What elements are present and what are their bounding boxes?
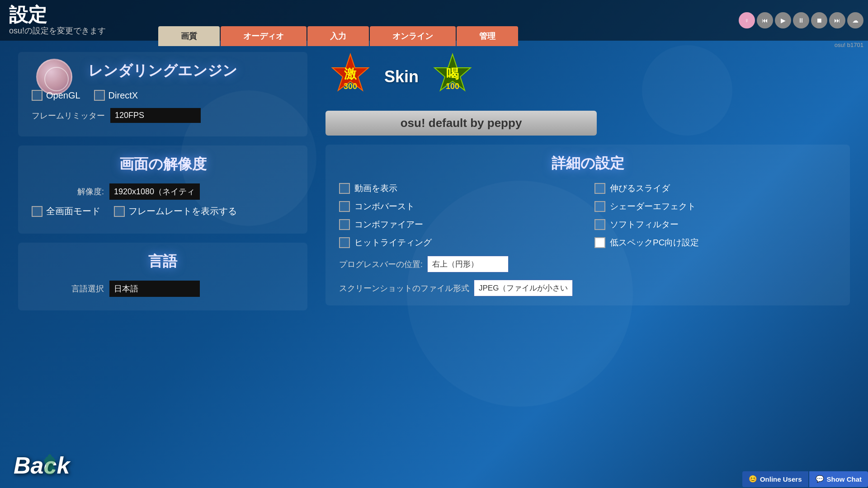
skin-badge-red: 激 300	[326, 52, 375, 102]
low-spec-checkbox[interactable]	[594, 237, 605, 248]
fullscreen-label: 全画面モード	[46, 205, 100, 217]
show-video-label: 動画を表示	[354, 183, 397, 194]
progress-bar-label: プログレスバーの位置:	[339, 259, 423, 270]
progress-bar-input[interactable]: 右上（円形）	[427, 256, 509, 272]
stretch-slider-checkbox[interactable]	[594, 183, 605, 194]
resolution-input[interactable]: 868x488（ネイティ	[109, 183, 200, 200]
resolution-title: 画面の解像度	[32, 155, 294, 174]
shader-effect-label: シェーダーエフェクト	[610, 201, 696, 212]
fullscreen-checkbox[interactable]	[32, 206, 42, 217]
show-chat-label: Show Chat	[827, 475, 862, 483]
language-section: 言語 言語選択 日本語	[18, 243, 307, 310]
detail-item-combo-burst[interactable]: コンボバースト	[339, 201, 581, 212]
resolution-row: 解像度: 868x488（ネイティ	[32, 183, 294, 200]
show-fps-label: フレームレートを表示する	[128, 205, 237, 217]
resolution-checkboxes: 全画面モード フレームレートを表示する	[32, 205, 294, 217]
progress-bar-row: プログレスバーの位置: 右上（円形）	[339, 256, 836, 272]
toolbar-icon-pause[interactable]: ⏸	[793, 12, 809, 28]
detail-item-hit-lighting[interactable]: ヒットライティング	[339, 237, 581, 249]
detail-item-show-video[interactable]: 動画を表示	[339, 183, 581, 194]
skin-label: Skin	[384, 67, 419, 86]
online-users-label: Online Users	[760, 475, 802, 483]
toolbar-icon-stop[interactable]: ⏹	[811, 12, 827, 28]
opengl-label: OpenGL	[46, 90, 80, 101]
combo-fire-label: コンボファイアー	[354, 219, 423, 230]
plant-decoration	[23, 420, 77, 474]
opengl-item[interactable]: OpenGL	[32, 90, 80, 101]
badge-green-main: 喝	[446, 67, 459, 81]
renderer-checkboxes: OpenGL DirectX	[32, 90, 294, 101]
skin-section: 激 300 Skin 喝 100	[326, 52, 850, 102]
frame-limiter-label: フレームリミッター	[32, 110, 105, 121]
detail-item-combo-fire[interactable]: コンボファイアー	[339, 219, 581, 230]
soft-filter-label: ソフトフィルター	[610, 219, 679, 230]
detail-title: 詳細の設定	[339, 154, 836, 174]
toolbar-icon-prev[interactable]: ⏮	[757, 12, 773, 28]
detail-item-shader-effect[interactable]: シェーダーエフェクト	[594, 201, 836, 212]
combo-burst-checkbox[interactable]	[339, 201, 350, 212]
online-icon: 😊	[749, 475, 757, 483]
badge-red-main: 激	[344, 67, 357, 81]
resolution-label: 解像度:	[32, 186, 104, 197]
stretch-slider-label: 伸びるスライダ	[610, 183, 670, 194]
screenshot-input[interactable]: JPEG（ファイルが小さい	[474, 280, 573, 296]
badge-red-sub: 300	[344, 82, 357, 91]
hit-lighting-label: ヒットライティング	[354, 237, 432, 249]
toolbar-icons: ♀ ⏮ ▶ ⏸ ⏹ ⏭ ☁	[739, 12, 863, 28]
detail-item-stretch-slider[interactable]: 伸びるスライダ	[594, 183, 836, 194]
combo-burst-label: コンボバースト	[354, 201, 415, 212]
main-content: レンダリングエンジン OpenGL DirectX フレームリミッター 120F…	[0, 43, 868, 470]
fullscreen-item[interactable]: 全画面モード	[32, 205, 100, 217]
frame-limiter-input[interactable]: 120FPS	[110, 108, 201, 123]
page-title: 設定	[9, 5, 739, 25]
show-fps-item[interactable]: フレームレートを表示する	[114, 205, 237, 217]
resolution-section: 画面の解像度 解像度: 868x488（ネイティ 全画面モード フレームレー…	[18, 145, 307, 234]
screenshot-row: スクリーンショットのファイル形式 JPEG（ファイルが小さい	[339, 280, 836, 296]
left-panel: レンダリングエンジン OpenGL DirectX フレームリミッター 120F…	[18, 52, 326, 461]
show-fps-checkbox[interactable]	[114, 206, 125, 217]
skin-name-box[interactable]: osu! default by peppy	[326, 111, 597, 136]
toolbar-icon-cloud[interactable]: ☁	[847, 12, 863, 28]
detail-item-low-spec[interactable]: 低スペックPC向け設定	[594, 237, 836, 249]
language-input[interactable]: 日本語	[109, 281, 200, 297]
opengl-checkbox[interactable]	[32, 90, 42, 101]
toolbar-icon-next[interactable]: ⏭	[829, 12, 845, 28]
bottom-bar: 😊 Online Users 💬 Show Chat	[0, 470, 868, 488]
toolbar-icon-play[interactable]: ▶	[775, 12, 791, 28]
soft-filter-checkbox[interactable]	[594, 219, 605, 230]
language-title: 言語	[32, 252, 294, 272]
right-panel: 激 300 Skin 喝 100 osu! default by peppy 詳…	[326, 52, 850, 461]
directx-label: DirectX	[108, 90, 138, 101]
frame-limiter-row: フレームリミッター 120FPS	[32, 108, 294, 123]
detail-grid: 動画を表示 伸びるスライダ コンボバースト シェーダーエフェクト	[339, 183, 836, 249]
hit-lighting-checkbox[interactable]	[339, 237, 350, 248]
detail-section: 詳細の設定 動画を表示 伸びるスライダ コンボバースト	[326, 145, 850, 305]
shader-effect-checkbox[interactable]	[594, 201, 605, 212]
language-label: 言語選択	[32, 283, 104, 294]
language-row: 言語選択 日本語	[32, 281, 294, 297]
badge-green-sub: 100	[446, 82, 459, 91]
rendering-title: レンダリングエンジン	[32, 61, 294, 81]
toolbar-icon-user[interactable]: ♀	[739, 12, 755, 28]
show-video-checkbox[interactable]	[339, 183, 350, 194]
low-spec-label: 低スペックPC向け設定	[610, 237, 699, 249]
rendering-section: レンダリングエンジン OpenGL DirectX フレームリミッター 120F…	[18, 52, 307, 136]
screenshot-label: スクリーンショットのファイル形式	[339, 283, 469, 294]
chat-icon: 💬	[816, 475, 824, 483]
online-users-button[interactable]: 😊 Online Users	[742, 471, 808, 487]
skin-badge-green: 喝 100	[428, 52, 477, 102]
directx-item[interactable]: DirectX	[94, 90, 138, 101]
show-chat-button[interactable]: 💬 Show Chat	[809, 471, 868, 487]
detail-item-soft-filter[interactable]: ソフトフィルター	[594, 219, 836, 230]
combo-fire-checkbox[interactable]	[339, 219, 350, 230]
directx-checkbox[interactable]	[94, 90, 105, 101]
